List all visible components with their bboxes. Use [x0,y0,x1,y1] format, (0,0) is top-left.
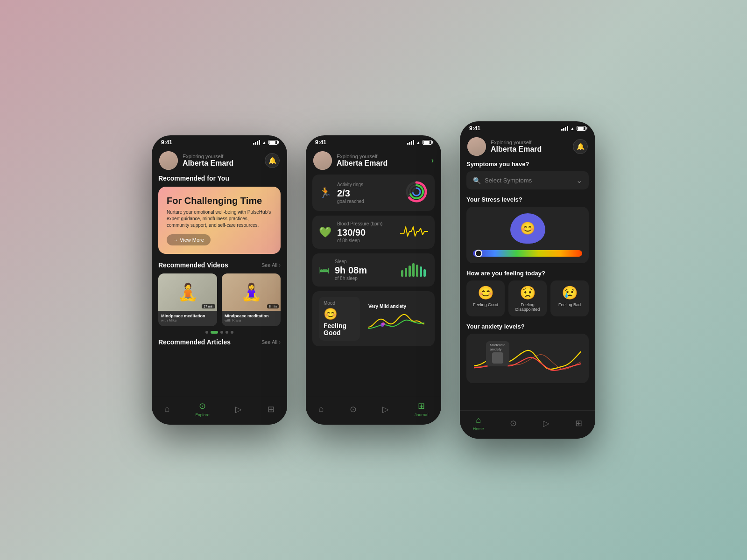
nav-journal-1[interactable]: ⊞ [268,404,275,414]
dot-3 [220,331,223,334]
anxiety-chart [368,311,424,332]
symptoms-question: Symptoms you have? [466,161,589,168]
sleep-visual [400,261,428,279]
symptoms-dropdown-icon: ⌄ [576,176,582,185]
time-2: 9:41 [315,139,326,146]
banner-title: For Challenging Time [167,195,272,206]
nav-search-2[interactable]: ⊙ [350,404,357,414]
bottom-nav-3: ⌂ Home ⊙ ▷ ⊞ [460,410,595,439]
stress-slider-container[interactable] [473,250,582,257]
signal-icon [253,140,260,145]
feeling-disappointed-label: Feeling Disappointed [511,302,544,312]
avatar-1 [159,151,178,170]
user-name-3: Alberta Emard [491,145,568,154]
feeling-good[interactable]: 😊 Feeling Good [466,280,505,316]
dot-1 [205,331,208,334]
feeling-question: How are you feeling today? [466,270,589,277]
video-item-1[interactable]: 🧘 17 min Mindpeace meditation with Mike [158,273,217,326]
stress-card: 😊 [466,207,589,263]
nav-search-3[interactable]: ⊙ [510,418,517,428]
home-icon-1: ⌂ [164,404,169,414]
status-bar-3: 9:41 ▲ [460,121,595,133]
mood-value: Feeling Good [324,322,355,337]
phone-1: 9:41 ▲ Exploring yourself Alberta Emard … [152,135,287,425]
sleep-value: 9h 08m [335,265,395,276]
header-arrow-2[interactable]: › [431,156,434,165]
explore-label-1: Explore [195,413,210,417]
svg-rect-12 [423,269,426,277]
signal-icon-2 [407,140,414,145]
mood-card: Mood 😊 Feeling Good Very Mild anxiety [312,291,435,346]
feeling-good-emoji: 😊 [478,285,494,301]
nav-play-3[interactable]: ▷ [543,418,550,428]
feeling-good-label: Feeling Good [473,302,498,307]
anxiety-section: Very Mild anxiety [365,304,428,334]
battery-icon-3 [577,126,586,131]
sleep-card: 🛏 Sleep 9h 08m of 8h sleep [312,253,435,287]
nav-home-3[interactable]: ⌂ Home [473,415,484,431]
see-all-articles[interactable]: See All › [261,339,281,345]
avatar-2 [313,151,332,170]
activity-info: Activity rings 2/3 goal reached [337,182,399,204]
search-icon-2: ⊙ [350,404,357,414]
anxiety-label: Very Mild anxiety [368,304,424,309]
carousel-dots [158,331,281,334]
nav-play-1[interactable]: ▷ [235,404,242,414]
duration-2: 8 min [267,304,279,308]
bp-label: Blood Pressure (bpm) [337,221,395,226]
feeling-bad[interactable]: 😢 Feeling Bad [550,280,589,316]
nav-play-2[interactable]: ▷ [382,404,389,414]
header-text-1: Exploring yourself Alberta Emard [183,154,260,168]
svg-rect-9 [412,263,415,277]
notification-button-3[interactable]: 🔔 [573,139,588,154]
svg-rect-10 [416,265,418,277]
play-icon-1: ▷ [235,404,242,414]
dot-5 [231,331,233,334]
view-more-button[interactable]: → View More [167,234,211,245]
articles-section-header: Recommended Articles See All › [158,338,281,346]
user-name-2: Alberta Emard [337,159,427,168]
banner-desc: Nurture your emotional well-being with P… [167,209,272,229]
nav-home-1[interactable]: ⌂ [164,404,169,414]
bp-icon: 💚 [319,226,331,238]
bp-visual [400,224,428,240]
time-1: 9:41 [161,139,172,146]
see-all-videos[interactable]: See All › [261,262,281,268]
wifi-icon: ▲ [262,140,267,145]
feeling-bad-emoji: 😢 [562,285,578,301]
banner-card: For Challenging Time Nurture your emotio… [158,187,281,254]
video-item-2[interactable]: 🧘‍♀️ 8 min Mindpeace meditation with Kia… [222,273,281,326]
stress-slider[interactable] [473,250,582,257]
mood-label: Mood [324,301,355,306]
battery-icon [268,140,278,145]
search-icon-3: ⊙ [510,418,517,428]
video-title-1: Mindpeace meditation [161,314,214,318]
nav-home-2[interactable]: ⌂ [319,404,324,414]
video-sub-1: with Mike [161,318,214,322]
nav-explore-1[interactable]: ⊙ Explore [195,401,210,417]
sleep-info: Sleep 9h 08m of 8h sleep [335,259,395,281]
video-sub-2: with Kiara [225,318,278,322]
symptoms-select[interactable]: 🔍 Select Symptoms ⌄ [466,171,589,189]
notification-button-1[interactable]: 🔔 [265,153,280,168]
svg-rect-7 [405,268,407,277]
play-icon-2: ▷ [382,404,389,414]
explore-icon-1: ⊙ [199,401,206,411]
nav-journal-3[interactable]: ⊞ [575,418,582,428]
sleep-sub: of 8h sleep [335,276,395,281]
bp-info: Blood Pressure (bpm) 130/90 of 8h sleep [337,221,395,243]
activity-ring-visual [405,180,428,205]
journal-label-2: Journal [415,413,429,417]
anxiety-chart-container: Moderate anxiety [472,339,583,378]
nav-journal-2[interactable]: ⊞ Journal [415,401,429,417]
feeling-disappointed[interactable]: 😟 Feeling Disappointed [508,280,547,316]
play-icon-3: ▷ [543,418,550,428]
home-label-3: Home [473,427,484,431]
stress-handle[interactable] [475,250,482,257]
activity-icon: 🏃 [319,187,331,199]
avatar-3 [467,137,486,156]
video-label-2: Mindpeace meditation with Kiara [222,311,281,326]
phone-2: 9:41 ▲ Exploring yourself Alberta Emard … [306,135,441,425]
header-text-3: Exploring yourself Alberta Emard [491,140,568,154]
feeling-bad-label: Feeling Bad [558,302,581,307]
